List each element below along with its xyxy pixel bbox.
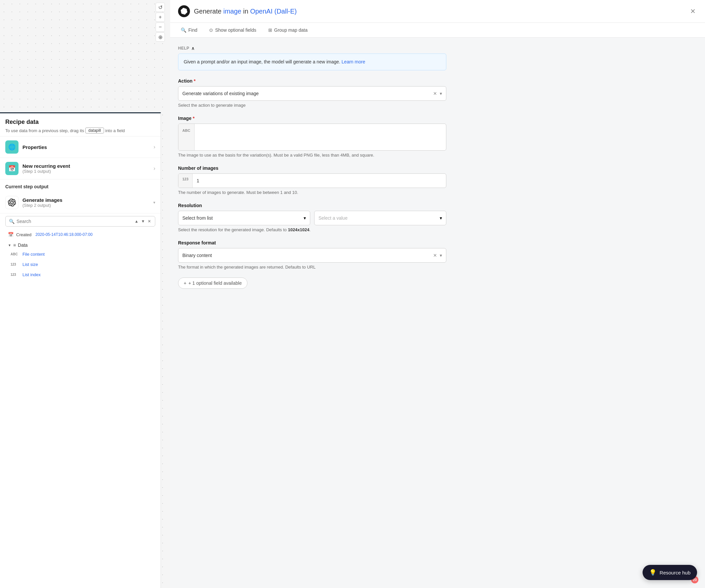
action-select-field[interactable]: Generate variations of existing image ✕ …	[178, 86, 446, 101]
response-format-section: Response format Binary content ✕ ▾ The f…	[178, 240, 446, 270]
eye-icon: ⊙	[209, 28, 213, 33]
action-content: HELP ∧ Given a prompt and/or an input im…	[170, 38, 454, 297]
search-down-button[interactable]: ▼	[140, 218, 146, 224]
image-field-hint: The image to use as the basis for the va…	[178, 153, 446, 157]
group-map-label: Group map data	[274, 28, 308, 33]
type-badge-123-2: 123	[10, 273, 20, 277]
data-section-label: Data	[18, 242, 28, 248]
image-field-section: Image * ABC The image to use as the basi…	[178, 115, 446, 157]
resolution-hint: Select the resolution for the generated …	[178, 227, 446, 232]
chevron-right-icon-2: ›	[154, 165, 155, 172]
title-middle: in	[241, 8, 250, 15]
clear-icon-response[interactable]: ✕	[433, 253, 437, 258]
zoom-in-button[interactable]: +	[155, 12, 165, 22]
search-up-button[interactable]: ▲	[134, 218, 139, 224]
help-label: HELP	[178, 46, 189, 51]
optional-fields-button[interactable]: + + 1 optional field available	[178, 278, 247, 289]
num-images-input[interactable]	[193, 178, 446, 183]
recipe-desc-prefix: To use data from a previous step, drag i…	[5, 128, 84, 133]
data-field-file-content: ABC File content	[0, 249, 160, 259]
recurring-event-sub: (Step 1 output)	[22, 169, 150, 174]
action-field-label: Action *	[178, 78, 446, 84]
refresh-button[interactable]: ↺	[155, 3, 165, 12]
resolution-row: Select from list ▾ Select a value ▾	[178, 211, 446, 225]
data-section-header[interactable]: ▼ ≡ Data	[0, 240, 160, 249]
resource-hub-button[interactable]: 💡 Resource hub	[643, 565, 697, 580]
data-field-list-size: 123 List size	[0, 259, 160, 270]
help-header[interactable]: HELP ∧	[178, 46, 446, 51]
num-images-field-section: Number of images 123 The number of image…	[178, 165, 446, 195]
action-header: Generate image in OpenAI (Dall-E) ✕	[170, 0, 705, 23]
created-row: 📅 Created 2020-05-14T10:46:18.000-07:00	[0, 229, 160, 240]
optional-plus-icon: +	[184, 281, 186, 286]
help-collapse-icon: ∧	[191, 46, 195, 51]
num-images-hint: The number of images to generate. Must b…	[178, 190, 446, 195]
response-format-value: Binary content	[182, 253, 212, 258]
num-images-input-container: 123	[178, 174, 446, 188]
resolution-field-label: Resolution	[178, 203, 446, 208]
action-panel: Generate image in OpenAI (Dall-E) ✕ 🔍 Fi…	[170, 0, 705, 588]
move-button[interactable]: ⊕	[155, 32, 165, 42]
created-label: Created	[16, 232, 31, 237]
properties-label: Properties	[22, 144, 150, 150]
generate-images-icon	[5, 196, 18, 209]
datapill-badge: datapill	[85, 128, 104, 134]
chevron-down-icon-response: ▾	[440, 253, 442, 258]
num-images-field-label: Number of images	[178, 165, 446, 171]
image-input-area[interactable]	[195, 124, 446, 150]
properties-icon: 🌐	[5, 140, 18, 154]
recipe-title: Recipe data	[5, 118, 155, 126]
response-format-hint: The format in which the generated images…	[178, 264, 446, 270]
resolution-select-value[interactable]: Select a value ▾	[314, 211, 446, 225]
num-images-prefix: 123	[178, 174, 193, 188]
response-format-select[interactable]: Binary content ✕ ▾	[178, 248, 446, 262]
canvas-controls: ↺ + − ⊕	[155, 0, 165, 44]
group-map-icon: ⊞	[268, 28, 272, 33]
sidebar-item-generate-images[interactable]: Generate images (Step 2 output) ▾	[0, 192, 160, 213]
help-box: Given a prompt and/or an input image, th…	[178, 53, 446, 70]
search-clear-button[interactable]: ✕	[147, 218, 152, 224]
learn-more-link[interactable]: Learn more	[342, 59, 365, 64]
close-button[interactable]: ✕	[689, 6, 697, 16]
generate-images-label: Generate images	[22, 197, 149, 203]
type-badge-123-1: 123	[10, 262, 20, 266]
response-format-label: Response format	[178, 240, 446, 245]
find-button[interactable]: 🔍 Find	[178, 26, 200, 34]
action-field-hint: Select the action to generate image	[178, 103, 446, 108]
action-title: Generate image in OpenAI (Dall-E)	[194, 8, 297, 15]
chevron-down-icon-action: ▾	[440, 91, 442, 96]
data-field-list-index: 123 List index	[0, 270, 160, 280]
field-name-file-content: File content	[22, 252, 45, 257]
search-input[interactable]	[16, 219, 132, 224]
recipe-desc-suffix: into a field	[105, 128, 125, 133]
resolution-field-section: Resolution Select from list ▾ Select a v…	[178, 203, 446, 232]
recipe-header: Recipe data To use data from a previous …	[0, 113, 160, 137]
recipe-description: To use data from a previous step, drag i…	[5, 128, 155, 134]
type-badge-abc: ABC	[10, 252, 20, 256]
image-textarea-field[interactable]: ABC	[178, 124, 446, 151]
select-actions-response: ✕ ▾	[433, 253, 442, 258]
recurring-event-icon: 📅	[5, 162, 18, 175]
zoom-out-button[interactable]: −	[155, 22, 165, 32]
image-prefix: ABC	[178, 124, 195, 150]
help-section: HELP ∧ Given a prompt and/or an input im…	[178, 46, 446, 70]
clear-icon-action[interactable]: ✕	[433, 91, 437, 96]
sidebar-item-properties[interactable]: 🌐 Properties ›	[0, 137, 160, 158]
chevron-down-icon-resolution-val: ▾	[440, 215, 442, 220]
resource-hub-icon: 💡	[649, 569, 656, 576]
title-highlight: image	[223, 8, 241, 15]
chevron-down-icon: ▾	[153, 200, 155, 205]
show-optional-fields-button[interactable]: ⊙ Show optional fields	[206, 26, 259, 34]
action-title-area: Generate image in OpenAI (Dall-E)	[178, 5, 297, 17]
action-select-value: Generate variations of existing image	[182, 91, 259, 96]
resolution-select-list-label: Select from list	[182, 215, 213, 220]
list-icon: ≡	[13, 242, 16, 248]
resource-hub-label: Resource hub	[660, 570, 691, 576]
recipe-panel: Recipe data To use data from a previous …	[0, 112, 161, 588]
sidebar-item-recurring-event[interactable]: 📅 New recurring event (Step 1 output) ›	[0, 158, 160, 179]
resolution-value-placeholder: Select a value	[319, 215, 347, 220]
resolution-select-list[interactable]: Select from list ▾	[178, 211, 310, 225]
search-navigation: ▲ ▼ ✕	[134, 218, 152, 224]
show-optional-label: Show optional fields	[215, 28, 256, 33]
group-map-button[interactable]: ⊞ Group map data	[266, 26, 310, 34]
